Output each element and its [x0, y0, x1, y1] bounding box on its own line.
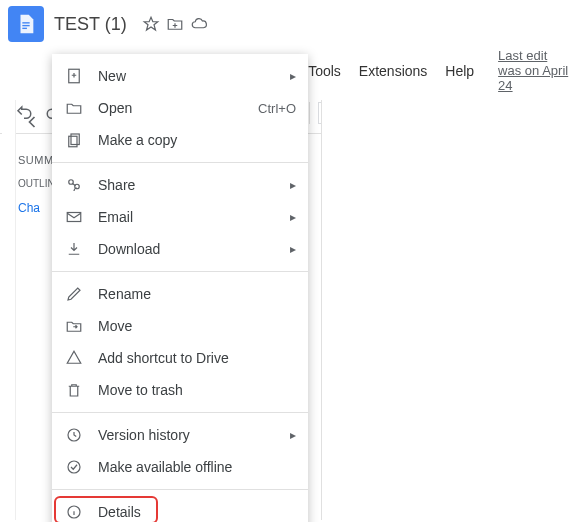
cloud-status-icon[interactable]	[189, 14, 209, 34]
menu-label: Share	[98, 177, 290, 193]
menu-item-details[interactable]: Details	[52, 496, 308, 522]
document-title[interactable]: TEST (1)	[54, 14, 127, 35]
menu-help[interactable]: Help	[439, 59, 480, 83]
menu-item-trash[interactable]: Move to trash	[52, 374, 308, 406]
outline-chapter-link[interactable]: Cha	[18, 201, 54, 215]
menu-item-add-shortcut[interactable]: Add shortcut to Drive	[52, 342, 308, 374]
menu-item-make-copy[interactable]: Make a copy	[52, 124, 308, 156]
drive-shortcut-icon	[64, 348, 84, 368]
last-edit-link[interactable]: Last edit was on April 24	[498, 48, 571, 93]
menu-tools[interactable]: Tools	[302, 59, 347, 83]
menu-label: Open	[98, 100, 258, 116]
submenu-arrow-icon: ▸	[290, 210, 296, 224]
info-icon	[64, 502, 84, 522]
document-canvas[interactable]	[321, 100, 571, 520]
svg-rect-2	[22, 28, 27, 29]
outline-heading: OUTLINE	[18, 178, 54, 189]
submenu-arrow-icon: ▸	[290, 428, 296, 442]
submenu-arrow-icon: ▸	[290, 69, 296, 83]
menu-label: Version history	[98, 427, 290, 443]
submenu-arrow-icon: ▸	[290, 178, 296, 192]
docs-logo-icon[interactable]	[8, 6, 44, 42]
menu-item-download[interactable]: Download ▸	[52, 233, 308, 265]
menu-item-open[interactable]: Open Ctrl+O	[52, 92, 308, 124]
menu-label: Make a copy	[98, 132, 296, 148]
svg-rect-4	[71, 134, 79, 145]
svg-point-10	[68, 461, 80, 473]
menu-shortcut: Ctrl+O	[258, 101, 296, 116]
download-icon	[64, 239, 84, 259]
move-icon	[64, 316, 84, 336]
svg-rect-5	[69, 136, 77, 147]
svg-rect-1	[22, 25, 29, 26]
rename-icon	[64, 284, 84, 304]
move-folder-icon[interactable]	[165, 14, 185, 34]
submenu-arrow-icon: ▸	[290, 242, 296, 256]
menu-item-email[interactable]: Email ▸	[52, 201, 308, 233]
svg-rect-0	[22, 22, 29, 23]
copy-icon	[64, 130, 84, 150]
menu-item-version-history[interactable]: Version history ▸	[52, 419, 308, 451]
history-icon	[64, 425, 84, 445]
vertical-ruler	[2, 100, 16, 520]
menu-label: Rename	[98, 286, 296, 302]
share-icon	[64, 175, 84, 195]
menu-label: Move	[98, 318, 296, 334]
menu-extensions[interactable]: Extensions	[353, 59, 433, 83]
menu-label: Details	[98, 504, 296, 520]
summary-heading: SUMMARY	[18, 154, 54, 166]
back-arrow-icon[interactable]	[18, 108, 46, 136]
offline-icon	[64, 457, 84, 477]
menu-item-new[interactable]: New ▸	[52, 60, 308, 92]
file-menu-dropdown: New ▸ Open Ctrl+O Make a copy Share ▸ Em…	[52, 54, 308, 522]
menu-label: Email	[98, 209, 290, 225]
menu-label: Move to trash	[98, 382, 296, 398]
menu-label: New	[98, 68, 290, 84]
svg-rect-8	[67, 213, 81, 222]
star-icon[interactable]	[141, 14, 161, 34]
menu-label: Download	[98, 241, 290, 257]
email-icon	[64, 207, 84, 227]
new-doc-icon	[64, 66, 84, 86]
menu-item-rename[interactable]: Rename	[52, 278, 308, 310]
trash-icon	[64, 380, 84, 400]
menu-label: Add shortcut to Drive	[98, 350, 296, 366]
folder-open-icon	[64, 98, 84, 118]
menu-item-offline[interactable]: Make available offline	[52, 451, 308, 483]
menu-item-move[interactable]: Move	[52, 310, 308, 342]
menu-label: Make available offline	[98, 459, 296, 475]
menu-item-share[interactable]: Share ▸	[52, 169, 308, 201]
